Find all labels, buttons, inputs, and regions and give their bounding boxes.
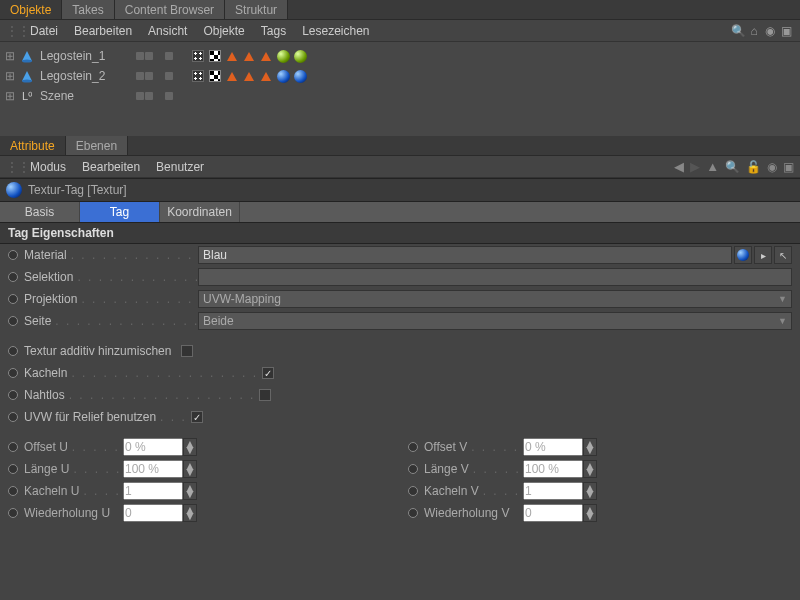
tag-material-icon[interactable]: [276, 69, 290, 83]
tag-checker-icon[interactable]: [208, 49, 222, 63]
maximize-icon[interactable]: ▣: [778, 24, 794, 38]
menu-ansicht[interactable]: Ansicht: [140, 24, 195, 38]
anim-dot[interactable]: [8, 346, 18, 356]
material-menu-icon[interactable]: ▸: [754, 246, 772, 264]
spinner[interactable]: ▲▼: [583, 438, 597, 456]
checkbox-uvw-relief[interactable]: ✓: [191, 411, 203, 423]
search-icon[interactable]: 🔍: [725, 160, 740, 174]
tab-ebenen[interactable]: Ebenen: [66, 136, 128, 155]
nav-back-icon[interactable]: ◀: [674, 159, 684, 174]
wiederholung-v-field[interactable]: [523, 504, 583, 522]
tag-phong-icon[interactable]: [242, 49, 256, 63]
anim-dot[interactable]: [8, 250, 18, 260]
object-name[interactable]: Legostein_1: [40, 49, 130, 63]
home-icon[interactable]: ⌂: [746, 24, 762, 38]
menu-bearbeiten-attr[interactable]: Bearbeiten: [74, 160, 148, 174]
maximize-icon[interactable]: ▣: [783, 160, 794, 174]
spinner[interactable]: ▲▼: [183, 460, 197, 478]
tree-row-legostein-1[interactable]: ⊞ Legostein_1: [0, 46, 800, 66]
tag-phong-icon[interactable]: [225, 69, 239, 83]
subtab-basis[interactable]: Basis: [0, 202, 80, 222]
anim-dot[interactable]: [8, 368, 18, 378]
expander-icon[interactable]: ⊞: [4, 89, 16, 103]
spinner[interactable]: ▲▼: [583, 482, 597, 500]
wiederholung-u-field[interactable]: [123, 504, 183, 522]
tag-material-icon[interactable]: [276, 49, 290, 63]
lock-icon[interactable]: 🔓: [746, 160, 761, 174]
tab-objekte[interactable]: Objekte: [0, 0, 62, 19]
material-field[interactable]: [198, 246, 732, 264]
menu-datei[interactable]: Datei: [22, 24, 66, 38]
new-icon[interactable]: ◉: [767, 160, 777, 174]
anim-dot[interactable]: [408, 464, 418, 474]
material-preview-icon[interactable]: [734, 246, 752, 264]
anim-dot[interactable]: [408, 486, 418, 496]
anim-dot[interactable]: [408, 508, 418, 518]
menu-modus[interactable]: Modus: [22, 160, 74, 174]
anim-dot[interactable]: [8, 412, 18, 422]
tag-phong-icon[interactable]: [259, 49, 273, 63]
subtab-tag[interactable]: Tag: [80, 202, 160, 222]
spinner[interactable]: ▲▼: [183, 504, 197, 522]
spinner[interactable]: ▲▼: [183, 482, 197, 500]
render-toggle[interactable]: [165, 92, 173, 100]
tab-struktur[interactable]: Struktur: [225, 0, 288, 19]
nav-forward-icon[interactable]: ▶: [690, 159, 700, 174]
tag-phong-icon[interactable]: [225, 49, 239, 63]
checkbox-kacheln[interactable]: ✓: [262, 367, 274, 379]
render-toggle[interactable]: [165, 52, 173, 60]
offset-v-field[interactable]: [523, 438, 583, 456]
tag-dots-icon[interactable]: [191, 69, 205, 83]
spinner[interactable]: ▲▼: [183, 438, 197, 456]
anim-dot[interactable]: [408, 442, 418, 452]
tree-row-legostein-2[interactable]: ⊞ Legostein_2: [0, 66, 800, 86]
seite-select[interactable]: Beide▼: [198, 312, 792, 330]
spinner[interactable]: ▲▼: [583, 460, 597, 478]
tag-phong-icon[interactable]: [242, 69, 256, 83]
menu-tags[interactable]: Tags: [253, 24, 294, 38]
menu-objekte[interactable]: Objekte: [195, 24, 252, 38]
subtab-koordinaten[interactable]: Koordinaten: [160, 202, 240, 222]
checkbox-nahtlos[interactable]: [259, 389, 271, 401]
anim-dot[interactable]: [8, 294, 18, 304]
menu-lesezeichen[interactable]: Lesezeichen: [294, 24, 377, 38]
visibility-toggle[interactable]: [136, 52, 153, 60]
nav-up-icon[interactable]: ▲: [706, 159, 719, 174]
tag-material-icon[interactable]: [293, 49, 307, 63]
grip-icon[interactable]: ⋮⋮: [6, 24, 16, 38]
menu-benutzer[interactable]: Benutzer: [148, 160, 212, 174]
tab-takes[interactable]: Takes: [62, 0, 114, 19]
anim-dot[interactable]: [8, 464, 18, 474]
visibility-toggle[interactable]: [136, 92, 153, 100]
offset-u-field[interactable]: [123, 438, 183, 456]
tag-dots-icon[interactable]: [191, 49, 205, 63]
anim-dot[interactable]: [8, 486, 18, 496]
search-icon[interactable]: 🔍: [730, 24, 746, 38]
tag-phong-icon[interactable]: [259, 69, 273, 83]
tag-checker-icon[interactable]: [208, 69, 222, 83]
object-name[interactable]: Legostein_2: [40, 69, 130, 83]
anim-dot[interactable]: [8, 442, 18, 452]
tree-row-szene[interactable]: ⊞ L⁰ Szene: [0, 86, 800, 106]
render-toggle[interactable]: [165, 72, 173, 80]
material-picker-icon[interactable]: ↖: [774, 246, 792, 264]
grip-icon[interactable]: ⋮⋮: [6, 160, 16, 174]
projektion-select[interactable]: UVW-Mapping▼: [198, 290, 792, 308]
laenge-u-field[interactable]: [123, 460, 183, 478]
anim-dot[interactable]: [8, 390, 18, 400]
object-name[interactable]: Szene: [40, 89, 130, 103]
menu-bearbeiten[interactable]: Bearbeiten: [66, 24, 140, 38]
spinner[interactable]: ▲▼: [583, 504, 597, 522]
checkbox-textur-additiv[interactable]: [181, 345, 193, 357]
laenge-v-field[interactable]: [523, 460, 583, 478]
kacheln-v-field[interactable]: [523, 482, 583, 500]
expander-icon[interactable]: ⊞: [4, 69, 16, 83]
anim-dot[interactable]: [8, 272, 18, 282]
eye-icon[interactable]: ◉: [762, 24, 778, 38]
expander-icon[interactable]: ⊞: [4, 49, 16, 63]
tag-material-icon[interactable]: [293, 69, 307, 83]
tab-content-browser[interactable]: Content Browser: [115, 0, 225, 19]
visibility-toggle[interactable]: [136, 72, 153, 80]
kacheln-u-field[interactable]: [123, 482, 183, 500]
anim-dot[interactable]: [8, 316, 18, 326]
